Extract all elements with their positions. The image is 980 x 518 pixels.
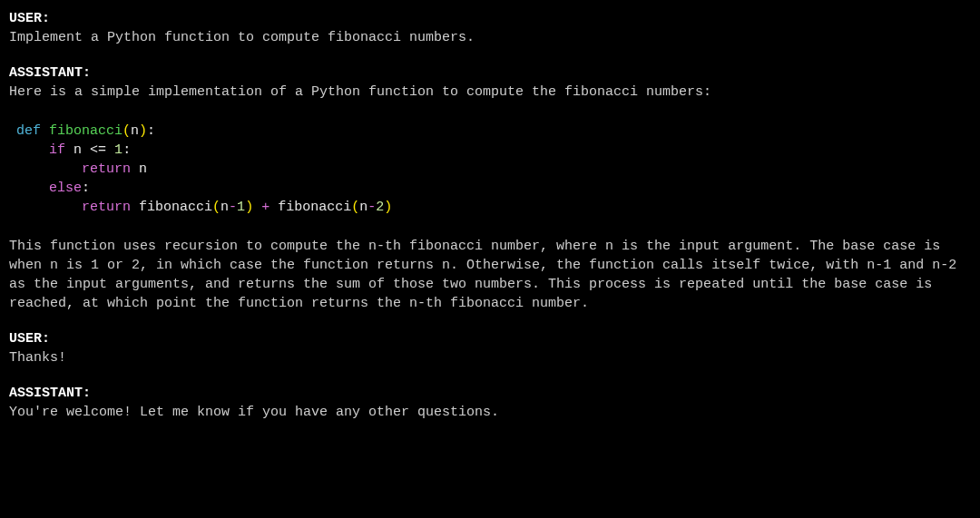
role-label: ASSISTANT: [9, 384, 971, 403]
code-keyword-return: return [82, 200, 131, 215]
code-operator: <= [90, 142, 106, 158]
code-paren: ) [245, 200, 253, 215]
code-var: n [359, 200, 368, 215]
code-function-name: fibonacci [49, 123, 122, 139]
code-paren: ( [212, 200, 220, 215]
code-keyword-else: else [49, 181, 82, 196]
code-var: n [139, 161, 147, 177]
code-paren: ( [122, 123, 131, 139]
code-keyword-return: return [82, 161, 131, 177]
code-var: n [74, 142, 82, 158]
code-paren: ) [139, 123, 147, 139]
chat-turn-assistant-2: ASSISTANT: You're welcome! Let me know i… [9, 384, 971, 422]
code-block: def fibonacci(n): if n <= 1: return n el… [16, 122, 971, 217]
code-function-call: fibonacci [139, 200, 212, 215]
code-paren: ( [351, 200, 359, 215]
code-operator: - [368, 200, 376, 215]
chat-turn-assistant-1: ASSISTANT: Here is a simple implementati… [9, 64, 971, 313]
chat-turn-user-1: USER: Implement a Python function to com… [9, 9, 971, 47]
code-keyword-if: if [49, 142, 65, 158]
code-var: n [220, 200, 229, 215]
code-paren: ) [384, 200, 392, 215]
chat-turn-user-2: USER: Thanks! [9, 329, 971, 367]
message-text-before: Here is a simple implementation of a Pyt… [9, 83, 971, 102]
message-text-after: This function uses recursion to compute … [9, 237, 971, 313]
code-param: n [131, 123, 139, 139]
code-operator: + [261, 200, 270, 215]
message-text: Thanks! [9, 348, 971, 367]
role-label: ASSISTANT: [9, 64, 971, 83]
role-label: USER: [9, 9, 971, 28]
code-number: 1 [114, 142, 122, 158]
message-text: Implement a Python function to compute f… [9, 28, 971, 47]
code-function-call: fibonacci [278, 200, 351, 215]
message-text: You're welcome! Let me know if you have … [9, 403, 971, 422]
code-keyword-def: def [16, 123, 41, 139]
role-label: USER: [9, 329, 971, 348]
code-number: 2 [376, 200, 384, 215]
code-number: 1 [237, 200, 245, 215]
code-operator: - [229, 200, 237, 215]
